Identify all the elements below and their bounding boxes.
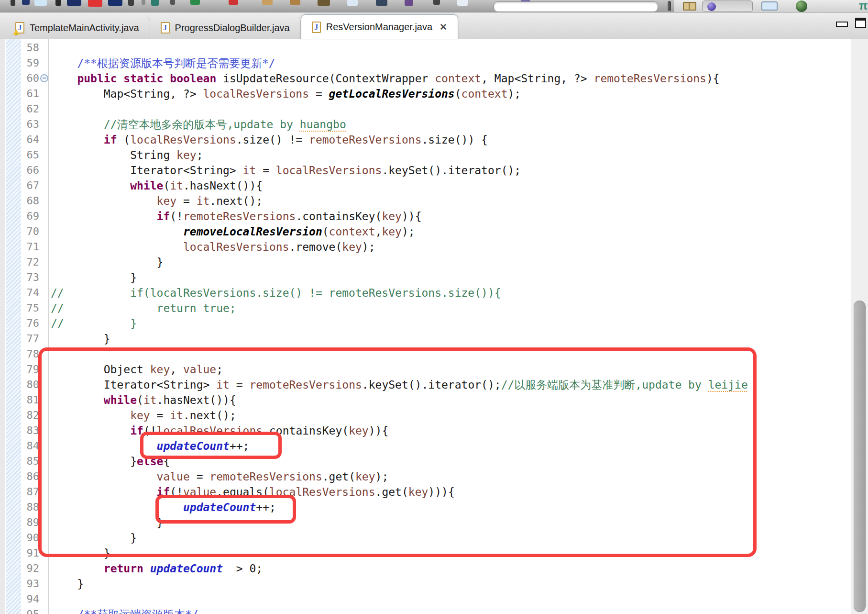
toolbar-icon-19[interactable] [405, 0, 413, 6]
code-editor[interactable]: 5859606162636465666768697071727374757677… [0, 39, 868, 614]
toolbar-icon-5[interactable] [67, 0, 81, 6]
line-number[interactable]: 86 [21, 469, 39, 484]
code-line-89[interactable]: } [51, 515, 849, 530]
pi-tool-icon[interactable]: π [859, 0, 868, 11]
line-number[interactable]: 75 [21, 301, 39, 316]
toolbar-divider-handle[interactable] [668, 1, 671, 11]
line-number[interactable]: 74 [21, 285, 39, 301]
line-number[interactable]: 76 [21, 316, 39, 331]
code-line-65[interactable]: String key; [51, 147, 849, 163]
line-number[interactable]: 71 [21, 239, 39, 255]
line-number[interactable]: 87 [21, 484, 39, 500]
code-line-95[interactable]: /**获取远端资源版本*/ [51, 607, 849, 614]
toolbar-icon-21[interactable] [457, 0, 468, 6]
code-line-87[interactable]: if(!value.equals(localResVersions.get(ke… [51, 484, 849, 500]
line-number[interactable]: 59 [21, 56, 39, 71]
line-number[interactable]: 78 [21, 346, 39, 362]
line-number[interactable]: 85 [21, 454, 39, 469]
code-line-76[interactable]: // } [51, 316, 849, 331]
toolbar-icon-16[interactable] [318, 0, 330, 6]
code-line-83[interactable]: if(!localResVersions.containsKey(key)){ [51, 423, 849, 438]
minimize-view-icon[interactable] [836, 22, 848, 27]
toolbar-icon-12[interactable] [190, 0, 200, 5]
code-line-71[interactable]: localResVersions.remove(key); [51, 239, 849, 255]
line-number[interactable]: 77 [21, 331, 39, 346]
line-number[interactable]: 91 [21, 546, 39, 561]
code-line-86[interactable]: value = remoteResVersions.get(key); [51, 469, 849, 484]
code-line-70[interactable]: removeLocalResVersion(context,key); [51, 224, 849, 239]
java-perspective-button[interactable] [702, 0, 753, 12]
code-line-60[interactable]: public static boolean isUpdateResource(C… [51, 71, 849, 86]
code-line-74[interactable]: // if(localResVersions.size() != remoteR… [51, 285, 849, 301]
code-line-62[interactable] [51, 101, 849, 117]
toolbar-icon-18[interactable] [376, 0, 387, 6]
code-line-78[interactable] [51, 346, 849, 362]
line-number[interactable]: 66 [21, 163, 39, 178]
code-line-93[interactable]: } [51, 576, 849, 592]
line-number[interactable]: 95 [21, 607, 39, 614]
code-line-90[interactable]: } [51, 530, 849, 546]
keyboard-icon[interactable] [761, 1, 778, 11]
line-number[interactable]: 60 [21, 71, 39, 86]
code-line-81[interactable]: while(it.hasNext()){ [51, 392, 849, 408]
code-line-91[interactable]: } [51, 546, 849, 561]
line-number[interactable]: 62 [21, 101, 39, 117]
line-number[interactable]: 80 [21, 377, 39, 392]
line-number[interactable]: 89 [21, 515, 39, 530]
globe-icon[interactable] [796, 0, 807, 12]
code-line-85[interactable]: }else{ [51, 454, 849, 469]
code-line-73[interactable]: } [51, 270, 849, 285]
code-line-88[interactable]: updateCount++; [51, 500, 849, 515]
close-tab-icon[interactable]: ✕ [439, 22, 447, 33]
editor-tab-progressdialogbuilder-java[interactable]: JProgressDialogBuilder.java [150, 17, 301, 39]
code-line-84[interactable]: updateCount++; [51, 438, 849, 454]
toolbar-icon-14[interactable] [262, 0, 273, 5]
line-number[interactable]: 69 [21, 209, 39, 224]
line-number[interactable]: 61 [21, 86, 39, 101]
toolbar-icon-13[interactable] [229, 0, 238, 5]
toolbar-icon-15[interactable] [290, 0, 300, 5]
line-number[interactable]: 64 [21, 132, 39, 147]
line-number[interactable]: 92 [21, 561, 39, 576]
code-line-61[interactable]: Map<String, ?> localResVersions = getLoc… [51, 86, 849, 101]
vertical-scrollbar-thumb[interactable] [854, 301, 866, 612]
line-number[interactable]: 68 [21, 193, 39, 209]
line-number-ruler[interactable]: 5859606162636465666768697071727374757677… [21, 40, 39, 614]
code-line-75[interactable]: // return true; [51, 301, 849, 316]
code-line-79[interactable]: Object key, value; [51, 362, 849, 377]
toolbar-icon-10[interactable] [151, 0, 159, 6]
line-number[interactable]: 73 [21, 270, 39, 285]
line-number[interactable]: 58 [21, 40, 39, 56]
editor-tab-templatemainactivity-java[interactable]: JTemplateMainActivity.java [5, 17, 150, 39]
editor-tab-resversionmanager-java[interactable]: JResVersionManager.java✕ [301, 14, 458, 39]
toolbar-icon-20[interactable] [433, 0, 440, 5]
line-number[interactable]: 72 [21, 255, 39, 270]
code-line-66[interactable]: Iterator<String> it = localResVersions.k… [51, 163, 849, 178]
code-line-64[interactable]: if (localResVersions.size() != remoteRes… [51, 132, 849, 147]
code-area[interactable]: /**根据资源版本号判断是否需要更新*/ public static boole… [51, 40, 849, 614]
line-number[interactable]: 94 [21, 592, 39, 607]
book-icon[interactable] [683, 2, 696, 11]
code-line-68[interactable]: key = it.next(); [51, 193, 849, 209]
code-line-82[interactable]: key = it.next(); [51, 408, 849, 423]
line-number[interactable]: 81 [21, 392, 39, 408]
toolbar-icon-1[interactable] [11, 0, 15, 6]
vertical-scrollbar[interactable] [851, 39, 868, 614]
code-line-94[interactable] [51, 592, 849, 607]
toolbar-search-field[interactable] [494, 1, 658, 12]
line-number[interactable]: 90 [21, 530, 39, 546]
line-number[interactable]: 65 [21, 147, 39, 163]
code-line-67[interactable]: while(it.hasNext()){ [51, 178, 849, 193]
code-line-63[interactable]: //清空本地多余的版本号,update by huangbo [51, 117, 849, 132]
toolbar-icon-3[interactable] [34, 0, 47, 6]
line-number[interactable]: 93 [21, 576, 39, 592]
code-line-80[interactable]: Iterator<String> it = remoteResVersions.… [51, 377, 849, 392]
line-number[interactable]: 83 [21, 423, 39, 438]
line-number[interactable]: 88 [21, 500, 39, 515]
line-number[interactable]: 63 [21, 117, 39, 132]
toolbar-icon-17[interactable] [347, 0, 358, 6]
code-line-92[interactable]: return updateCount > 0; [51, 561, 849, 576]
code-line-77[interactable]: } [51, 331, 849, 346]
toolbar-icon-8[interactable] [128, 0, 134, 6]
toolbar-icon-9[interactable] [142, 0, 145, 5]
